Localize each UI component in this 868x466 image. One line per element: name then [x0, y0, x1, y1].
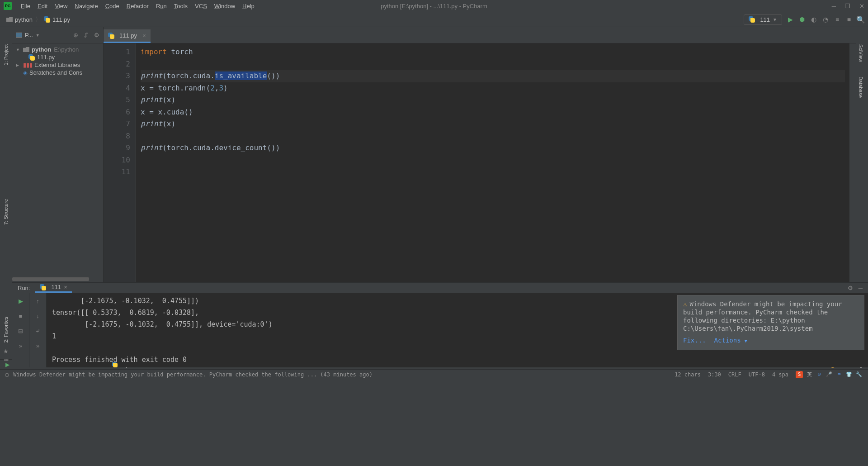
more-button[interactable]: » — [19, 342, 22, 349]
database-tool-button[interactable]: Database — [858, 73, 863, 101]
locate-icon[interactable]: ⊕ — [73, 32, 78, 38]
project-panel-header: P... ▼ ⊕ ⇵ ⚙ — [12, 27, 103, 43]
menu-help[interactable]: Help — [239, 3, 258, 10]
ime-icon[interactable]: S — [796, 371, 803, 378]
tree-path: E:\python — [54, 46, 79, 53]
window-title: python [E:\python] - ...\111.py - PyChar… — [381, 3, 487, 10]
breadcrumb-file[interactable]: 111.py — [41, 15, 73, 24]
concurrency-button[interactable]: ≡ — [834, 16, 841, 23]
expand-icon[interactable]: ▼ — [16, 48, 21, 52]
ime-skin-icon[interactable]: 👕 — [845, 371, 853, 378]
stop-button[interactable]: ■ — [845, 16, 853, 23]
tree-external-libs[interactable]: ▶ ▮▮▮ External Libraries — [12, 61, 103, 69]
scratches-icon: ◈ — [23, 69, 28, 76]
notification-popup: ⚠Windows Defender might be impacting you… — [677, 295, 864, 350]
maximize-icon[interactable]: ❐ — [845, 3, 850, 10]
project-view-icon — [16, 33, 22, 38]
stop-button[interactable]: ■ — [19, 313, 23, 319]
gear-icon[interactable]: ⚙ — [94, 32, 99, 38]
rerun-button[interactable]: ▶ — [19, 298, 23, 304]
run-panel-title: Run: — [18, 285, 30, 291]
app-icon: PC — [4, 2, 12, 10]
close-icon[interactable]: ✕ — [859, 3, 864, 10]
minimize-panel-icon[interactable]: ─ — [859, 285, 863, 291]
tab-close-icon[interactable]: × — [142, 32, 146, 39]
warning-icon: ⚠ — [683, 300, 687, 308]
profile-button[interactable]: ◔ — [822, 16, 829, 23]
status-line-separator[interactable]: CRLF — [728, 371, 741, 378]
python-file-icon — [108, 33, 114, 39]
status-encoding[interactable]: UTF-8 — [749, 371, 765, 378]
menu-window[interactable]: Window — [211, 3, 239, 10]
editor-tab[interactable]: 111.py × — [104, 29, 151, 43]
status-show-icon[interactable]: ▢ — [5, 371, 9, 378]
status-message: Windows Defender might be impacting your… — [13, 371, 373, 378]
ime-lang-icon[interactable]: 英 — [806, 371, 813, 378]
breadcrumb-label: 111.py — [52, 16, 70, 23]
chevron-down-icon[interactable]: ▼ — [36, 33, 40, 38]
tab-close-icon[interactable]: × — [64, 284, 67, 290]
menu-file[interactable]: File — [17, 3, 34, 10]
status-bar: ▢ Windows Defender might be impacting yo… — [0, 369, 868, 379]
tree-label: python — [32, 46, 51, 53]
run-panel: Run: 111 × ⚙ ─ ▶ ■ ⊟ » ↑ ↓ ⤶ » [-2.1675,… — [12, 282, 868, 359]
up-icon[interactable]: ↑ — [36, 298, 39, 304]
menu-view[interactable]: View — [51, 3, 71, 10]
notification-fix-link[interactable]: Fix... — [683, 336, 706, 345]
editor-scrollbar[interactable] — [849, 43, 856, 282]
ime-emoji-icon[interactable]: ☺ — [816, 371, 823, 378]
run-button[interactable]: ▶ — [787, 16, 794, 23]
tree-root[interactable]: ▼ python E:\python — [12, 46, 103, 53]
breadcrumb-label: python — [15, 16, 33, 23]
gear-icon[interactable]: ⚙ — [848, 285, 853, 291]
run-toolbar-primary: ▶ ■ ⊟ » — [12, 293, 29, 367]
expand-icon[interactable]: ▶ — [16, 63, 21, 67]
ime-kbd-icon[interactable]: ⌨ — [835, 371, 843, 378]
structure-tool-button[interactable]: 7: Structure — [3, 195, 9, 228]
chevron-down-icon: ▼ — [773, 17, 777, 22]
collapse-icon[interactable]: ⇵ — [84, 32, 89, 38]
favorites-tool-button[interactable]: 2: Favorites — [3, 314, 9, 345]
menu-edit[interactable]: Edit — [34, 3, 51, 10]
tree-label: External Libraries — [34, 62, 80, 68]
menu-navigate[interactable]: Navigate — [71, 3, 101, 10]
status-position[interactable]: 3:30 — [708, 371, 721, 378]
chevron-down-icon: ▼ — [745, 339, 747, 343]
ime-tool-icon[interactable]: 🔧 — [855, 371, 863, 378]
menu-run[interactable]: Run — [152, 3, 170, 10]
project-scrollbar[interactable] — [12, 276, 103, 282]
layout-button[interactable]: ⊟ — [18, 328, 23, 334]
status-indent[interactable]: 4 spa — [772, 371, 788, 378]
run-toolbar-secondary: ↑ ↓ ⤶ » — [29, 293, 47, 367]
more-icon[interactable]: » — [36, 342, 39, 349]
sciview-tool-button[interactable]: SciView — [858, 41, 863, 66]
run-config-label: 111 — [760, 16, 770, 23]
lib-icon: ▮▮▮ — [23, 62, 33, 68]
left-tool-gutter: 1: Project 7: Structure ▦ — [0, 27, 12, 282]
python-icon — [40, 284, 46, 290]
python-file-icon — [28, 54, 35, 61]
run-config-selector[interactable]: 111 ▼ — [744, 14, 782, 25]
notification-actions-link[interactable]: Actions ▼ — [714, 336, 747, 345]
menu-refactor[interactable]: Refactor — [123, 3, 152, 10]
menu-tools[interactable]: Tools — [170, 3, 191, 10]
down-icon[interactable]: ↓ — [36, 313, 39, 319]
run-tab[interactable]: 111 × — [35, 283, 71, 293]
menu-vcs[interactable]: VCS — [191, 3, 211, 10]
tree-scratches[interactable]: ◈ Scratches and Cons — [12, 69, 103, 76]
ime-mic-icon[interactable]: 🎤 — [826, 371, 833, 378]
tree-file[interactable]: 111.py — [12, 53, 103, 61]
notification-text: Windows Defender might be impacting your… — [683, 300, 842, 332]
coverage-button[interactable]: ◐ — [810, 16, 817, 23]
project-tool-button[interactable]: 1: Project — [3, 41, 9, 69]
wrap-icon[interactable]: ⤶ — [35, 328, 40, 334]
breadcrumb-project[interactable]: python — [4, 15, 35, 24]
favorites-gutter: 2: Favorites ★ — [0, 282, 12, 359]
code-editor[interactable]: 1234567891011 import torchprint(torch.cu… — [104, 43, 856, 282]
menu-code[interactable]: Code — [102, 3, 123, 10]
minimize-icon[interactable]: ─ — [832, 3, 836, 10]
code-content[interactable]: import torchprint(torch.cuda.is_availabl… — [136, 43, 849, 282]
debug-button[interactable]: ⬢ — [798, 16, 806, 23]
right-tool-gutter: SciView Database — [856, 27, 868, 282]
search-icon[interactable]: 🔍 — [857, 16, 864, 23]
